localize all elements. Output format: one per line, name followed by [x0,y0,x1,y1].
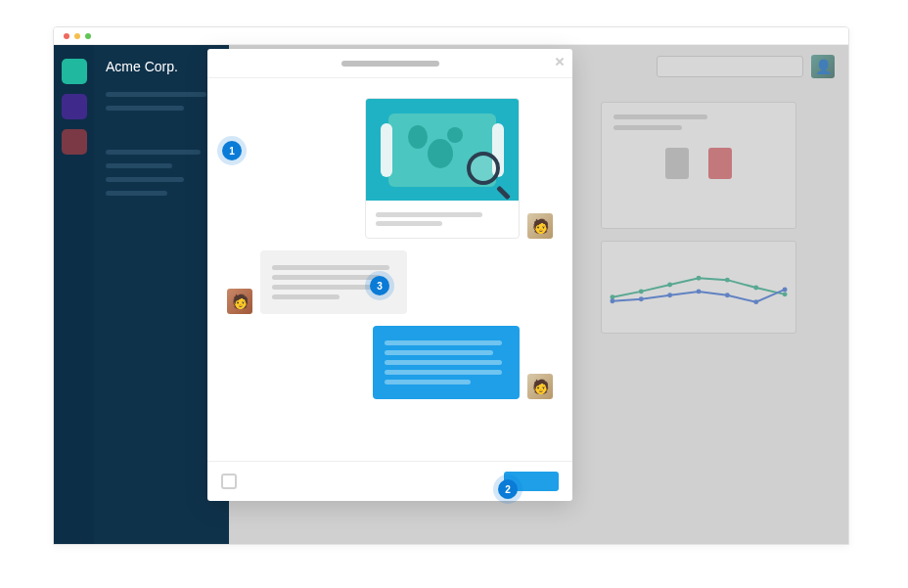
channel-item[interactable] [106,177,184,182]
card-caption [366,201,519,238]
message-row: 🧑 [227,98,553,239]
channel-item[interactable] [106,191,167,196]
message-bubble-outgoing [373,326,520,399]
text-line [385,350,493,355]
step-badge-2[interactable]: 2 [498,479,518,499]
attach-icon[interactable] [221,474,237,489]
message-row: 🧑 [227,250,553,314]
window-title-bar [54,27,848,45]
text-line [272,265,389,270]
channel-item[interactable] [106,163,172,168]
text-line [385,370,502,375]
text-line [385,340,502,345]
modal-header [207,49,572,78]
workspace-item-3[interactable] [62,129,87,155]
modal-title-placeholder [341,61,439,67]
close-window-icon[interactable] [64,33,69,39]
channel-item[interactable] [106,92,206,97]
channel-item[interactable] [106,106,184,111]
agent-avatar[interactable]: 🧑 [527,374,553,399]
text-line [385,380,471,384]
chat-body: 🧑 🧑 🧑 [207,78,572,461]
org-name: Acme Corp. [106,59,217,74]
message-card[interactable] [365,98,520,239]
step-badge-3[interactable]: 3 [370,276,389,295]
text-line [385,360,502,365]
maximize-window-icon[interactable] [85,33,91,39]
workspace-item-1[interactable] [62,59,87,84]
minimize-window-icon[interactable] [74,33,80,39]
caption-line [376,212,482,217]
close-icon[interactable] [555,57,565,67]
chat-modal: 🧑 🧑 🧑 [207,49,572,501]
text-line [272,294,340,299]
user-avatar[interactable]: 🧑 [227,289,252,314]
workspace-item-2[interactable] [62,94,87,119]
message-row: 🧑 [227,326,553,399]
magnifier-icon [467,152,508,193]
step-badge-1[interactable]: 1 [222,141,242,160]
workspace-sidebar [54,45,94,544]
map-scroll-icon [388,113,496,187]
card-illustration [366,99,519,201]
text-line [272,275,381,280]
chat-input-bar [207,461,572,501]
caption-line [376,221,442,226]
agent-avatar[interactable]: 🧑 [527,213,553,239]
channel-item[interactable] [106,150,201,155]
